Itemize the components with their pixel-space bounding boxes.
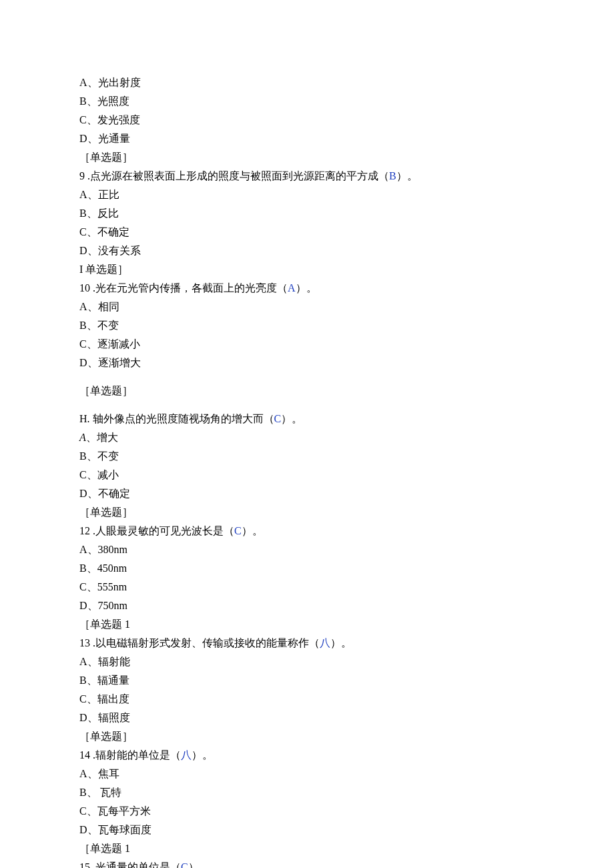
text-line: A、焦耳 (79, 765, 614, 783)
text-line: C、555nm (79, 578, 614, 596)
text-segment: ［单选题 1 (79, 843, 130, 854)
text-line: A、正比 (79, 185, 614, 204)
text-line: H. 轴外像点的光照度随视场角的增大而（C）。 (79, 410, 614, 428)
text-line: B、 瓦特 (79, 783, 614, 802)
text-line: ［单选题］ (79, 148, 614, 167)
text-segment: ）。 (281, 413, 302, 424)
text-segment: ［单选题］ (79, 506, 133, 518)
text-line: ［单选题］ (79, 382, 614, 400)
answer-letter: 八 (181, 749, 192, 761)
text-segment: ［单选题］ (79, 151, 133, 163)
text-segment: I 单选题］ (79, 264, 128, 275)
answer-letter: B (389, 170, 396, 181)
text-segment: ）。 (188, 861, 210, 868)
text-line: C、逐渐减小 (79, 335, 614, 354)
text-segment: ［单选题 1 (79, 618, 130, 630)
text-segment: ）。 (330, 637, 352, 648)
text-segment: B、光照度 (79, 95, 129, 107)
text-segment: A、380nm (79, 544, 127, 555)
text-segment: H. 轴外像点的光照度随视场角的增大而（ (79, 413, 274, 424)
text-segment: ）。 (296, 282, 317, 294)
text-line: D、辐照度 (79, 709, 614, 727)
text-segment: ）。 (192, 749, 213, 761)
text-segment: 14 .辐射能的单位是（ (79, 749, 181, 761)
text-segment: ）。 (396, 170, 418, 181)
text-line: ［单选题］ (79, 503, 614, 522)
text-line: C、减小 (79, 466, 614, 484)
text-line: D、瓦每球面度 (79, 821, 614, 839)
text-line: A、辐射能 (79, 653, 614, 671)
text-segment: D、辐照度 (79, 712, 130, 723)
text-segment: ）。 (242, 525, 263, 536)
text-line: B、光照度 (79, 92, 614, 111)
text-segment: 12 .人眼最灵敏的可见光波长是（ (79, 525, 234, 536)
text-segment: 15 .光通量的单位是（ (79, 861, 181, 868)
text-segment: A、相同 (79, 301, 119, 312)
document-page: A、光出射度B、光照度C、发光强度D、光通量［单选题］9 .点光源在被照表面上形… (0, 0, 614, 868)
text-segment: B、辐通量 (79, 675, 129, 686)
answer-letter: 八 (320, 637, 330, 648)
text-line: 9 .点光源在被照表面上形成的照度与被照面到光源距离的平方成（B）。 (79, 167, 614, 185)
text-segment: ［单选题］ (79, 731, 133, 742)
answer-letter: A (288, 282, 296, 294)
text-segment: 13 .以电磁辐射形式发射、传输或接收的能量称作（ (79, 637, 320, 648)
text-line: ［单选题］ (79, 727, 614, 746)
text-segment: D、逐渐增大 (79, 357, 141, 368)
text-line: C、不确定 (79, 223, 614, 242)
text-line: 15 .光通量的单位是（C）。 (79, 858, 614, 868)
text-line: B、不变 (79, 447, 614, 466)
text-line: 14 .辐射能的单位是（八）。 (79, 746, 614, 765)
text-segment: B、不变 (79, 450, 119, 462)
text-segment: C、瓦每平方米 (79, 805, 151, 817)
text-line: 12 .人眼最灵敏的可见光波长是（C）。 (79, 522, 614, 540)
text-segment: D、不确定 (79, 488, 130, 499)
text-segment: C、减小 (79, 469, 119, 480)
answer-letter: C (274, 413, 282, 424)
text-segment: D、750nm (79, 600, 127, 611)
text-line: B、450nm (79, 559, 614, 578)
answer-letter: C (181, 861, 188, 868)
text-segment: A、辐射能 (79, 656, 130, 667)
text-segment: A (79, 432, 86, 443)
text-line: D、逐渐增大 (79, 354, 614, 372)
text-segment: D、没有关系 (79, 245, 141, 256)
text-segment: C、逐渐减小 (79, 338, 140, 350)
text-segment: C、555nm (79, 581, 127, 592)
text-segment: 10 .光在元光管内传播，各截面上的光亮度（ (79, 282, 288, 294)
answer-letter: C (234, 525, 242, 536)
text-line: A、增大 (79, 428, 614, 447)
text-line: C、发光强度 (79, 111, 614, 129)
text-segment: D、光通量 (79, 133, 130, 144)
text-segment: C、不确定 (79, 226, 129, 238)
text-segment: B、450nm (79, 562, 127, 574)
text-segment: A、正比 (79, 189, 119, 200)
text-line: ［单选题 1 (79, 615, 614, 634)
text-segment: B、 瓦特 (79, 787, 121, 798)
text-line: D、光通量 (79, 129, 614, 148)
text-line: 13 .以电磁辐射形式发射、传输或接收的能量称作（八）。 (79, 634, 614, 653)
text-line: A、光出射度 (79, 73, 614, 92)
text-line: 10 .光在元光管内传播，各截面上的光亮度（A）。 (79, 279, 614, 298)
text-line: B、辐通量 (79, 671, 614, 690)
text-line: D、750nm (79, 596, 614, 615)
text-line: D、没有关系 (79, 242, 614, 260)
text-line: D、不确定 (79, 484, 614, 503)
text-segment: A、焦耳 (79, 768, 119, 779)
text-line: C、瓦每平方米 (79, 802, 614, 821)
text-segment: C、发光强度 (79, 114, 140, 125)
text-line: B、反比 (79, 204, 614, 223)
text-segment: 、增大 (86, 432, 118, 443)
text-segment: D、瓦每球面度 (79, 824, 151, 835)
text-line: C、辐出度 (79, 690, 614, 709)
text-line: A、相同 (79, 298, 614, 316)
text-segment: A、光出射度 (79, 77, 141, 88)
text-segment: C、辐出度 (79, 693, 129, 705)
text-line: A、380nm (79, 540, 614, 559)
text-segment: B、不变 (79, 320, 119, 331)
text-line: ［单选题 1 (79, 839, 614, 858)
text-line: B、不变 (79, 316, 614, 335)
text-segment: 9 .点光源在被照表面上形成的照度与被照面到光源距离的平方成（ (79, 170, 389, 181)
text-segment: ［单选题］ (79, 385, 133, 396)
text-segment: B、反比 (79, 207, 119, 219)
text-line: I 单选题］ (79, 260, 614, 279)
